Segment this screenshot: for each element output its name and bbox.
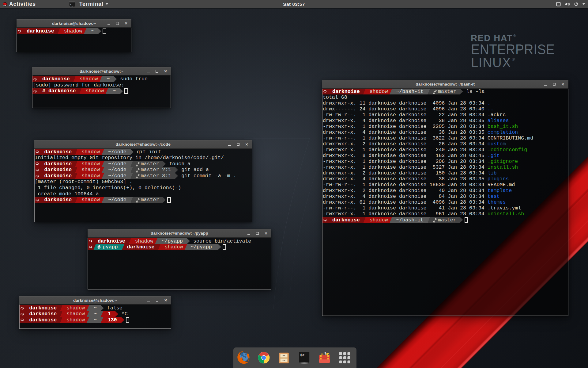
- svg-text:>: >: [70, 3, 71, 6]
- svg-text:_: _: [71, 4, 73, 7]
- svg-text:$>: $>: [300, 353, 304, 357]
